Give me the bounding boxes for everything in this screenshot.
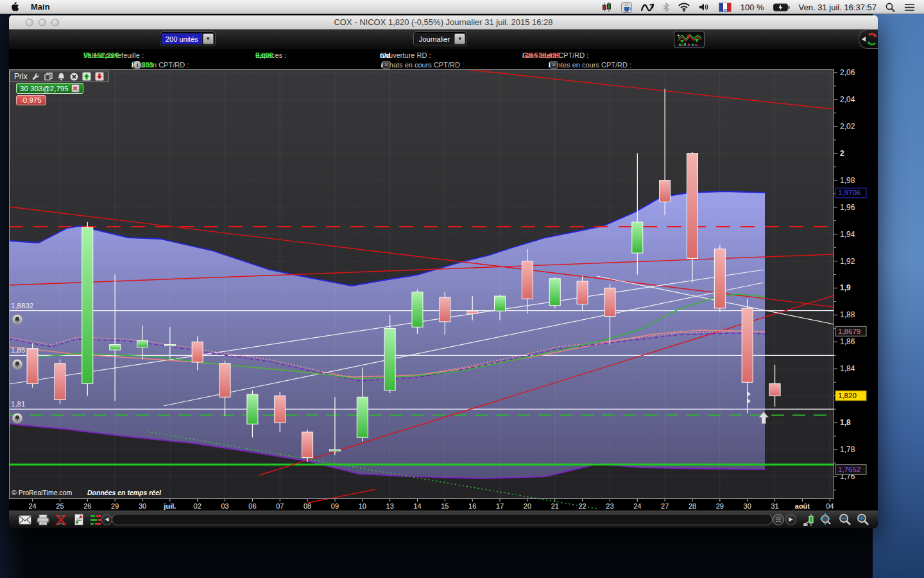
scrollbar-thumb[interactable] [773,514,784,525]
svg-text:1,94: 1,94 [840,230,855,239]
info-icon[interactable]: i [133,61,141,69]
svg-text:28: 28 [689,502,696,510]
svg-text:2: 2 [840,149,844,158]
chevron-down-icon: ▼ [454,33,465,44]
delete-icon[interactable] [54,513,68,526]
cancel-buys-rd-button[interactable]: ✕ [382,61,390,69]
window-titlebar[interactable]: COX - NICOX 1,820 (-0,55%) Journalier 31… [9,15,878,30]
svg-text:08: 08 [304,502,311,510]
svg-text:1,8: 1,8 [840,418,851,427]
spotlight-icon[interactable] [886,1,895,13]
stocks-icon[interactable] [602,1,612,13]
svg-text:03: 03 [221,502,228,510]
svg-text:07: 07 [276,502,284,510]
zoom-fit-icon[interactable] [819,513,833,526]
period-dropdown[interactable]: Journalier ▼ [414,32,466,46]
sell-arrow-icon[interactable] [95,72,105,81]
svg-text:23: 23 [606,502,613,510]
orders-icon[interactable] [89,513,103,526]
svg-text:1,8832: 1,8832 [11,302,33,310]
svg-text:10: 10 [359,502,366,510]
svg-text:1,7652: 1,7652 [838,466,860,473]
wallpaper-earth [346,532,603,578]
svg-text:1,820: 1,820 [838,392,857,399]
svg-text:24: 24 [28,502,36,510]
zoom-window-icon [51,19,59,26]
duplicate-icon[interactable] [44,72,53,81]
chart-settings-icon[interactable] [802,513,816,526]
svg-text:27: 27 [661,502,669,510]
bluetooth-icon[interactable] [663,1,669,13]
pane-title: Prix [14,72,28,81]
svg-text:20: 20 [524,502,531,510]
svg-text:1,98: 1,98 [840,176,855,185]
menu-bar: Main 123 100 % [0,0,924,14]
svg-text:25: 25 [56,502,64,510]
menubar-clock[interactable]: Ven. 31 juil. 16:37:57 [799,3,877,12]
svg-text:31: 31 [771,502,778,510]
java-icon[interactable] [621,1,632,13]
svg-text:30: 30 [139,502,146,510]
apple-icon[interactable] [10,1,19,13]
svg-text:04: 04 [826,502,834,510]
price-chart[interactable]: 1,88321,851,81© ProRealTime.comDonnées e… [9,69,878,511]
scrollbar-track[interactable] [112,514,773,525]
svg-text:1,84: 1,84 [840,364,855,373]
svg-text:24: 24 [633,502,641,510]
svg-text:1,86: 1,86 [840,337,855,346]
close-icon[interactable] [69,72,79,81]
svg-text:1,78: 1,78 [840,445,855,454]
scroll-left-button[interactable]: ◀ [101,514,112,525]
menubar-app-name[interactable]: Main [31,2,50,12]
svg-text:août: août [795,502,810,510]
mail-icon[interactable] [18,513,32,526]
battery-icon[interactable] [773,1,790,13]
svg-text:29: 29 [111,502,119,510]
svg-text:17: 17 [496,502,504,510]
svg-text:02: 02 [194,502,201,510]
buy-arrow-icon[interactable] [82,72,92,81]
svg-text:09: 09 [331,502,339,510]
cash-value: 0,80€ [255,51,273,59]
svg-text:1,88: 1,88 [840,310,855,319]
svg-text:1,9706: 1,9706 [838,189,860,197]
export-icon[interactable] [72,513,86,526]
svg-text:29: 29 [716,502,724,510]
svg-text:21: 21 [551,502,559,510]
panel-toggle-button[interactable] [859,30,878,49]
chevron-left-icon [862,37,866,42]
keyboard-flag-icon[interactable]: 123 [719,3,732,12]
chart-preview-button[interactable]: + [674,31,705,48]
svg-text:1,85: 1,85 [11,346,25,354]
wallpaper-blue-strip [873,0,924,578]
panel-toggle-icon [867,31,877,47]
wrench-icon[interactable] [31,72,40,81]
print-icon[interactable] [36,513,50,526]
svg-text:30: 30 [744,502,751,510]
scroll-right-button[interactable]: ▶ [785,514,796,525]
position-badge: 30 303@2,795 ✕ [16,83,83,94]
close-position-badge-button[interactable]: ✕ [71,84,80,92]
svg-text:2,02: 2,02 [840,122,855,131]
zoom-in-icon[interactable] [856,513,870,526]
notification-center-icon[interactable] [904,1,915,13]
svg-text:1,8679: 1,8679 [838,328,860,335]
period-value: Journalier [415,33,454,44]
close-window-icon [26,19,33,26]
avira-icon[interactable] [641,1,654,13]
wifi-icon[interactable] [678,1,690,13]
svg-text:22: 22 [578,502,586,510]
alarm-bell-icon[interactable] [56,72,66,81]
traffic-lights[interactable] [26,19,59,26]
svg-text:1,92: 1,92 [840,257,855,266]
chart-toolbar: 200 unités ▼ Journalier ▼ + [9,30,878,49]
zoom-out-icon[interactable] [838,513,852,526]
cancel-sells-rd-button[interactable]: ✕ [550,61,558,69]
account-info-bar: Valeur portefeuille : 55 152,26€ Espèces… [9,49,878,69]
volume-icon[interactable] [699,1,710,13]
minimize-window-icon [38,19,46,26]
svg-text:06: 06 [248,502,256,510]
svg-text:16: 16 [468,502,476,510]
units-dropdown[interactable]: 200 unités ▼ [160,32,215,46]
svg-text:1,96: 1,96 [840,203,855,212]
